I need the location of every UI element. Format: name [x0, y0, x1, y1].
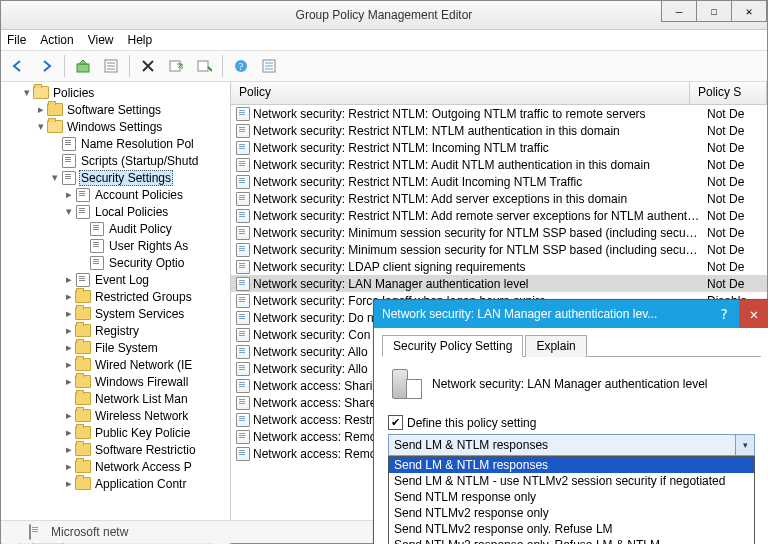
policy-item-icon — [235, 175, 251, 189]
dropdown-option[interactable]: Send NTLM response only — [389, 489, 754, 505]
tree-item[interactable]: ▸Event Log — [1, 271, 230, 288]
tree-item[interactable]: ▾Windows Settings — [1, 118, 230, 135]
dialog-titlebar[interactable]: Network security: LAN Manager authentica… — [374, 300, 768, 328]
chevron-down-icon[interactable]: ▾ — [735, 435, 754, 455]
delete-button[interactable] — [135, 53, 161, 79]
policy-row[interactable]: Network security: Restrict NTLM: NTLM au… — [231, 122, 767, 139]
expand-icon[interactable]: ▸ — [63, 409, 75, 422]
dropdown-option[interactable]: Send NTLMv2 response only. Refuse LM — [389, 521, 754, 537]
filter-button[interactable] — [191, 53, 217, 79]
tree-item[interactable]: ▸Software Settings — [1, 101, 230, 118]
menu-help[interactable]: Help — [128, 33, 153, 47]
tree-item-label: Wired Network (IE — [93, 358, 194, 372]
expand-icon[interactable]: ▸ — [63, 460, 75, 473]
policy-value: Not De — [701, 107, 767, 121]
policy-row[interactable]: Network security: LDAP client signing re… — [231, 258, 767, 275]
expand-icon[interactable]: ▸ — [63, 290, 75, 303]
policy-row[interactable]: Network security: Restrict NTLM: Incomin… — [231, 139, 767, 156]
tree-item[interactable]: Name Resolution Pol — [1, 135, 230, 152]
expand-icon[interactable]: ▸ — [63, 188, 75, 201]
tree-item[interactable]: Scripts (Startup/Shutd — [1, 152, 230, 169]
expand-icon[interactable]: ▸ — [63, 324, 75, 337]
policy-row[interactable]: Network security: Restrict NTLM: Audit N… — [231, 156, 767, 173]
policy-row[interactable]: Network security: Restrict NTLM: Audit I… — [231, 173, 767, 190]
dropdown-option[interactable]: Send LM & NTLM responses — [389, 457, 754, 473]
auth-level-dropdown[interactable]: Send LM & NTLM responsesSend LM & NTLM -… — [388, 456, 755, 544]
close-button[interactable]: ✕ — [731, 1, 767, 22]
expand-icon[interactable]: ▸ — [63, 477, 75, 490]
policy-leaf-icon — [89, 222, 105, 236]
expand-icon[interactable]: ▸ — [63, 341, 75, 354]
tree-item[interactable]: ▾Policies — [1, 84, 230, 101]
minimize-button[interactable]: — — [661, 1, 697, 22]
nav-tree[interactable]: ▾Policies▸Software Settings▾Windows Sett… — [1, 82, 231, 544]
auth-level-combo[interactable]: Send LM & NTLM responses ▾ — [388, 434, 755, 456]
menu-view[interactable]: View — [88, 33, 114, 47]
tree-item[interactable]: Network List Man — [1, 390, 230, 407]
maximize-button[interactable]: ☐ — [696, 1, 732, 22]
policy-row[interactable]: Network security: Restrict NTLM: Outgoin… — [231, 105, 767, 122]
col-policy[interactable]: Policy — [231, 82, 690, 104]
tree-item[interactable]: ▸Restricted Groups — [1, 288, 230, 305]
tree-item[interactable]: ▸System Services — [1, 305, 230, 322]
svg-rect-5 — [170, 61, 180, 71]
tree-item[interactable]: User Rights As — [1, 237, 230, 254]
tree-item[interactable]: ▸Wired Network (IE — [1, 356, 230, 373]
svg-text:?: ? — [239, 61, 244, 72]
policy-value: Not De — [701, 209, 767, 223]
tree-item[interactable]: ▾Local Policies — [1, 203, 230, 220]
help-button[interactable]: ? — [228, 53, 254, 79]
expand-icon[interactable]: ▾ — [63, 205, 75, 218]
dropdown-option[interactable]: Send LM & NTLM - use NTLMv2 session secu… — [389, 473, 754, 489]
expand-icon[interactable]: ▾ — [35, 120, 47, 133]
up-button[interactable] — [70, 53, 96, 79]
expand-icon[interactable]: ▸ — [63, 375, 75, 388]
dialog-close-button[interactable]: ✕ — [739, 300, 768, 328]
tree-item[interactable]: Audit Policy — [1, 220, 230, 237]
dropdown-option[interactable]: Send NTLMv2 response only — [389, 505, 754, 521]
tree-item[interactable]: Security Optio — [1, 254, 230, 271]
tree-item[interactable]: ▸Windows Firewall — [1, 373, 230, 390]
tab-security-policy-setting[interactable]: Security Policy Setting — [382, 335, 523, 357]
policy-item-icon — [235, 294, 251, 308]
policy-row[interactable]: Network security: Restrict NTLM: Add rem… — [231, 207, 767, 224]
tree-item[interactable]: ▸Software Restrictio — [1, 441, 230, 458]
tab-explain[interactable]: Explain — [525, 335, 586, 357]
refresh-button[interactable] — [256, 53, 282, 79]
tree-item[interactable]: ▸File System — [1, 339, 230, 356]
dialog-title: Network security: LAN Manager authentica… — [382, 307, 709, 321]
tree-item[interactable]: ▸Registry — [1, 322, 230, 339]
policy-value: Not De — [701, 192, 767, 206]
define-policy-checkbox[interactable]: ✔ — [388, 415, 403, 430]
expand-icon[interactable]: ▸ — [63, 358, 75, 371]
policy-row[interactable]: Network security: Minimum session securi… — [231, 241, 767, 258]
expand-icon[interactable]: ▸ — [63, 307, 75, 320]
tree-item[interactable]: ▸Wireless Network — [1, 407, 230, 424]
col-policy-setting[interactable]: Policy S — [690, 82, 767, 104]
dropdown-option[interactable]: Send NTLMv2 response only. Refuse LM & N… — [389, 537, 754, 544]
forward-button[interactable] — [33, 53, 59, 79]
policy-row[interactable]: Network security: Restrict NTLM: Add ser… — [231, 190, 767, 207]
expand-icon[interactable]: ▸ — [35, 103, 47, 116]
policy-row[interactable]: Network security: Minimum session securi… — [231, 224, 767, 241]
back-button[interactable] — [5, 53, 31, 79]
tree-item[interactable]: ▸Public Key Policie — [1, 424, 230, 441]
expand-icon[interactable]: ▸ — [63, 273, 75, 286]
menu-action[interactable]: Action — [40, 33, 73, 47]
expand-icon[interactable]: ▾ — [21, 86, 33, 99]
tree-item[interactable]: ▸Application Contr — [1, 475, 230, 492]
expand-icon[interactable]: ▾ — [49, 171, 61, 184]
policy-row[interactable]: Network security: LAN Manager authentica… — [231, 275, 767, 292]
tree-item[interactable]: ▸Account Policies — [1, 186, 230, 203]
policy-item-icon — [235, 260, 251, 274]
menu-file[interactable]: File — [7, 33, 26, 47]
policy-item-icon — [235, 141, 251, 155]
export-button[interactable] — [163, 53, 189, 79]
dialog-help-button[interactable]: ? — [709, 300, 739, 328]
policy-leaf-icon — [61, 154, 77, 168]
tree-item[interactable]: ▸Network Access P — [1, 458, 230, 475]
expand-icon[interactable]: ▸ — [63, 443, 75, 456]
tree-item[interactable]: ▾Security Settings — [1, 169, 230, 186]
properties-button[interactable] — [98, 53, 124, 79]
expand-icon[interactable]: ▸ — [63, 426, 75, 439]
